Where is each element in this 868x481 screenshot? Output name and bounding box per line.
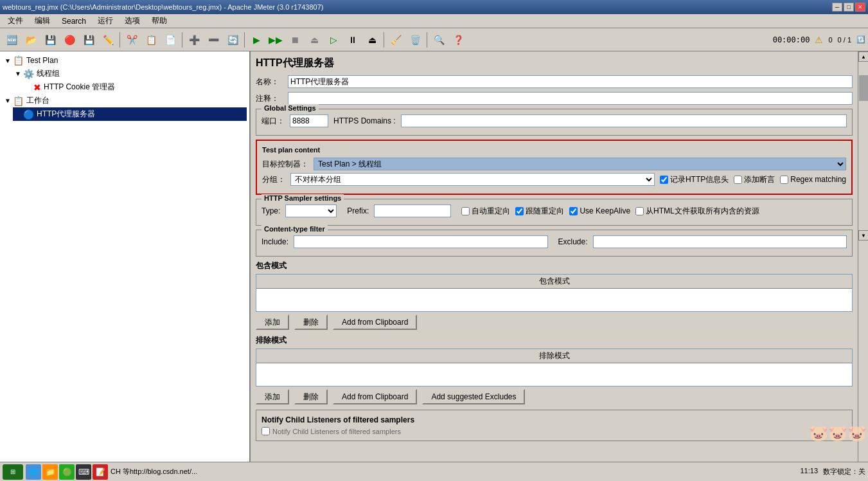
http-sampler-group: HTTP Sampler settings Type: Prefix: 自动重定…	[256, 199, 853, 226]
include-add-btn[interactable]: 添加	[256, 314, 289, 330]
time-display: 11:13	[800, 467, 818, 476]
type-select[interactable]	[285, 204, 337, 217]
scroll-thumb[interactable]	[859, 75, 868, 101]
follow-redirect-checkbox[interactable]	[515, 207, 524, 215]
tree-item-threadgroup[interactable]: ▼ ⚙️ 线程组	[13, 67, 247, 80]
expand-cookie[interactable]	[23, 84, 33, 91]
prefix-input[interactable]	[374, 204, 451, 217]
comment-checkbox[interactable]	[734, 176, 742, 184]
record-checkbox[interactable]	[660, 176, 668, 184]
include-input[interactable]	[294, 235, 547, 248]
menu-search[interactable]: Search	[57, 15, 91, 27]
scroll-down[interactable]: ▼	[858, 230, 868, 240]
tree-item-workbench[interactable]: ▼ 📋 工作台	[3, 94, 247, 107]
threadgroup-label: 线程组	[37, 68, 60, 79]
toolbar-stop[interactable]: ⏹	[286, 31, 304, 49]
toolbar-copy[interactable]: 📋	[142, 31, 160, 49]
toolbar-start[interactable]: ▶	[247, 31, 265, 49]
toolbar-paste[interactable]: 📄	[161, 31, 179, 49]
toolbar-clear[interactable]: 🧹	[387, 31, 405, 49]
expand-proxy[interactable]	[13, 111, 23, 118]
toolbar-new[interactable]: 🆕	[3, 31, 21, 49]
toolbar-cut[interactable]: ✂️	[123, 31, 141, 49]
port-input[interactable]	[290, 114, 328, 127]
taskbar-cmd[interactable]: ⌨	[76, 464, 91, 480]
tree-item-proxy[interactable]: 🔵 HTTP代理服务器	[13, 107, 247, 121]
https-input[interactable]	[401, 114, 847, 127]
toolbar: 🆕 📂 💾 🔴 💾 ✏️ ✂️ 📋 📄 ➕ ➖ 🔄 ▶ ▶▶ ⏹ ⏏ ▷ ⏸ ⏏…	[0, 28, 868, 51]
keepalive-checkbox[interactable]	[569, 207, 578, 215]
include-clipboard-btn[interactable]: Add from Clipboard	[333, 314, 417, 330]
exclude-list-content[interactable]	[256, 363, 852, 386]
http-sampler-row: Type: Prefix: 自动重定向 跟随重定向	[261, 204, 847, 217]
comment-input[interactable]	[288, 92, 853, 105]
toolbar-open[interactable]: 📂	[22, 31, 40, 49]
exclude-clipboard-btn[interactable]: Add from Clipboard	[333, 389, 417, 404]
start-button[interactable]: ⊞	[3, 464, 23, 480]
toolbar-sep1	[120, 32, 120, 48]
close-button[interactable]: ✕	[855, 3, 865, 12]
toolbar-help[interactable]: ❓	[449, 31, 467, 49]
exclude-add-btn[interactable]: 添加	[256, 389, 289, 404]
toolbar-start-no-pause[interactable]: ▶▶	[267, 31, 285, 49]
group-select[interactable]: 不对样本分组	[290, 173, 655, 186]
menu-options[interactable]: 选项	[120, 14, 145, 28]
toolbar-remote-start[interactable]: ▷	[324, 31, 342, 49]
toolbar-close[interactable]: 🔴	[60, 31, 78, 49]
scroll-up[interactable]: ▲	[858, 51, 868, 62]
title-bar: webtours_reg.jmx (C:\Users\Administrator…	[0, 0, 868, 14]
threadgroup-icon: ⚙️	[23, 69, 34, 79]
taskbar-ie[interactable]: 🌐	[26, 464, 41, 480]
exclude-delete-btn[interactable]: 删除	[294, 389, 328, 404]
content-type-filter-group: Content-type filter Include: Exclude:	[256, 230, 853, 257]
toolbar-edit[interactable]: ✏️	[99, 31, 117, 49]
maximize-button[interactable]: □	[844, 3, 854, 12]
menu-edit[interactable]: 编辑	[30, 14, 55, 28]
toolbar-search[interactable]: 🔍	[430, 31, 448, 49]
taskbar-notepad[interactable]: 📝	[93, 464, 108, 480]
retrieve-label[interactable]: 从HTML文件获取所有内含的资源	[635, 206, 759, 217]
regex-checkbox[interactable]	[780, 176, 788, 184]
toolbar-remote-shutdown[interactable]: ⏏	[363, 31, 381, 49]
auto-redirect-checkbox[interactable]	[461, 207, 470, 215]
exclude-input[interactable]	[593, 235, 847, 248]
name-input[interactable]	[288, 75, 853, 88]
include-list-content[interactable]	[256, 289, 852, 311]
toolbar-expand[interactable]: ➕	[185, 31, 203, 49]
tree-item-cookie[interactable]: ✖ HTTP Cookie 管理器	[23, 80, 247, 94]
taskbar-files[interactable]: 📁	[42, 464, 58, 480]
taskbar-chrome[interactable]: 🟢	[59, 464, 75, 480]
toolbar-shutdown[interactable]: ⏏	[305, 31, 323, 49]
notify-checkbox[interactable]	[261, 427, 270, 435]
target-select[interactable]: Test Plan > 线程组	[314, 158, 846, 170]
status-text: CH 等http://blog.csdn.net/...	[111, 467, 797, 476]
menu-run[interactable]: 运行	[93, 14, 118, 28]
toolbar-save[interactable]: 💾	[41, 31, 59, 49]
toolbar-save2[interactable]: 💾	[80, 31, 98, 49]
auto-redirect-label[interactable]: 自动重定向	[461, 206, 510, 217]
toolbar-remote-stop[interactable]: ⏸	[344, 31, 362, 49]
exclude-suggest-btn[interactable]: Add suggested Excludes	[422, 389, 525, 404]
menu-help[interactable]: 帮助	[146, 14, 172, 28]
minimize-button[interactable]: ─	[832, 3, 842, 12]
expand-threadgroup[interactable]: ▼	[13, 70, 23, 77]
toolbar-collapse[interactable]: ➖	[204, 31, 222, 49]
comment-checkbox-label[interactable]: 添加断言	[734, 174, 775, 185]
testplan-icon: 📋	[13, 55, 24, 66]
content-area: HTTP代理服务器 名称： 注释： Global Settings 端口： HT…	[251, 51, 858, 450]
scrollbar[interactable]: ▲ ▼	[858, 51, 868, 462]
retrieve-checkbox[interactable]	[635, 207, 644, 215]
follow-redirect-label[interactable]: 跟随重定向	[515, 206, 564, 217]
record-checkbox-label[interactable]: 记录HTTP信息头	[660, 174, 729, 185]
include-delete-btn[interactable]: 删除	[294, 314, 328, 330]
expand-workbench[interactable]: ▼	[3, 97, 13, 104]
expand-testplan[interactable]: ▼	[3, 57, 13, 64]
toolbar-clear-all[interactable]: 🗑️	[406, 31, 424, 49]
regex-checkbox-label[interactable]: Regex matching	[780, 175, 846, 184]
menu-file[interactable]: 文件	[3, 14, 28, 28]
toolbar-sep5	[427, 32, 427, 48]
tree-item-testplan[interactable]: ▼ 📋 Test Plan	[3, 54, 247, 67]
toolbar-toggle[interactable]: 🔄	[224, 31, 242, 49]
exclude-list-header: 排除模式	[256, 349, 852, 363]
keepalive-label[interactable]: Use KeepAlive	[569, 206, 630, 215]
